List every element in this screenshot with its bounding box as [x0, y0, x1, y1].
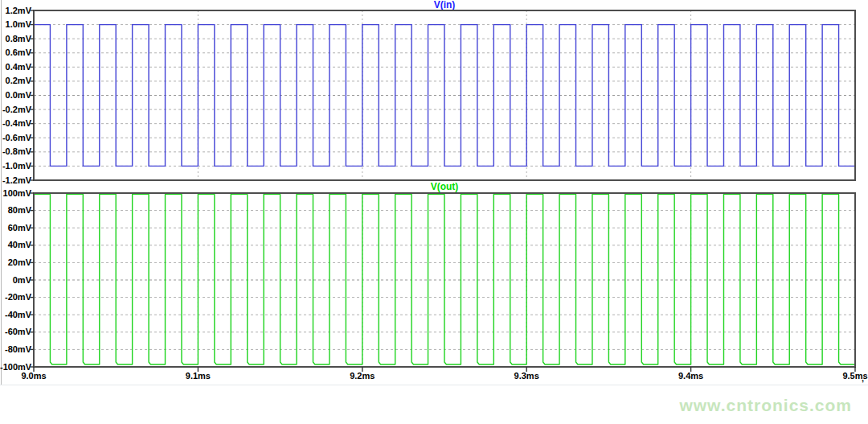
x-axis-tick-label: 9.3ms: [507, 371, 546, 381]
waveform-viewer: V(in) 1.2mV1.0mV0.8mV0.6mV0.4mV0.2mV0.0m…: [0, 0, 868, 424]
y-axis-tick-label: 80mV: [0, 205, 31, 216]
y-axis-tick-label: -0.4mV: [0, 118, 31, 129]
watermark: www.cntronics.com: [679, 396, 852, 415]
y-axis-tick-label: 40mV: [0, 240, 31, 250]
y-axis-tick-label: 0.0mV: [0, 90, 31, 101]
plot-pane-vout[interactable]: [27, 187, 862, 380]
y-axis-tick-label: 0mV: [0, 275, 31, 286]
y-axis-tick-label: -40mV: [0, 310, 31, 320]
plot-pane-vin[interactable]: [27, 4, 862, 188]
x-axis-tick-label: 9.2ms: [343, 371, 382, 381]
y-axis-tick-label: -80mV: [0, 344, 31, 355]
y-axis-tick-label: -0.8mV: [0, 146, 31, 157]
cropped-text-artifact: ,: [862, 373, 864, 383]
trace-vout[interactable]: [34, 194, 855, 364]
y-axis-tick-label: 0.2mV: [0, 76, 31, 86]
y-axis-tick-label: 1.0mV: [0, 19, 31, 30]
y-axis-tick-label: 20mV: [0, 257, 31, 268]
y-axis-tick-label: -1.0mV: [0, 161, 31, 171]
y-axis-tick-label: -0.6mV: [0, 133, 31, 143]
y-axis-tick-label: 100mV: [0, 188, 31, 199]
plot-canvas[interactable]: [27, 187, 862, 377]
y-axis-tick-label: 1.2mV: [0, 6, 31, 16]
x-axis-tick-label: 9.1ms: [178, 371, 217, 381]
x-axis-tick-label: 9.0ms: [14, 371, 53, 381]
plot-canvas[interactable]: [27, 4, 862, 185]
plot-panel-bottom-edge: [0, 385, 868, 385]
trace-vin[interactable]: [34, 25, 855, 167]
y-axis-tick-label: -0.2mV: [0, 105, 31, 115]
x-axis-tick-label: 9.4ms: [672, 371, 710, 381]
y-axis-tick-label: 0.6mV: [0, 47, 31, 58]
y-axis-tick-label: 0.8mV: [0, 34, 31, 44]
y-axis-tick-label: 0.4mV: [0, 62, 31, 72]
y-axis-tick-label: -1.2mV: [0, 175, 31, 186]
y-axis-tick-label: -20mV: [0, 292, 31, 303]
y-axis-tick-label: -60mV: [0, 327, 31, 337]
y-axis-tick-label: 60mV: [0, 223, 31, 233]
